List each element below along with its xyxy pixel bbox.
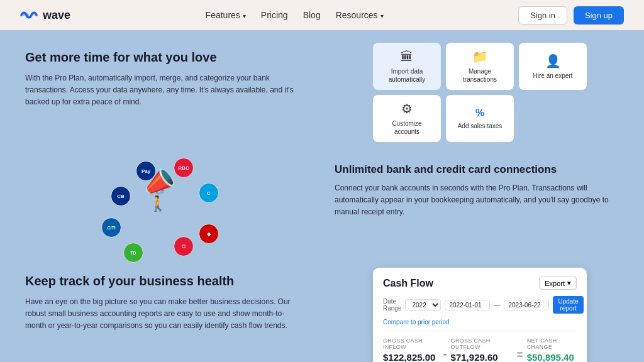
bottom-title: Keep track of your business health: [25, 274, 297, 288]
nav-actions: Sign in Sign up: [518, 6, 624, 25]
bank-logo-8: ◻: [174, 236, 194, 256]
logo[interactable]: wave: [20, 8, 70, 22]
bank-logo-4: C: [199, 183, 219, 203]
bank-illustration: Pay RBC CB C CITI ◈ TD ◻ 📣 🚶: [98, 155, 224, 255]
feature-card-import: 🏛 Import data automatically: [373, 43, 441, 90]
gross-outflow-metric: GROSS CASH OUTFLOW $71,929.60: [451, 337, 513, 362]
date-year-select[interactable]: 2022: [405, 299, 441, 311]
expert-label: Hire an expert: [533, 72, 573, 80]
date-separator: —: [494, 302, 500, 309]
update-report-button[interactable]: Update report: [553, 296, 583, 314]
middle-section: Pay RBC CB C CITI ◈ TD ◻ 📣 🚶 Unlimited b…: [0, 148, 644, 261]
nav-features[interactable]: Features: [206, 10, 246, 20]
import-icon: 🏛: [401, 50, 413, 64]
navbar: wave Features Pricing Blog Resources Sig…: [0, 0, 644, 30]
date-end-input[interactable]: [504, 300, 549, 310]
bank-logo-6: ◈: [199, 224, 219, 244]
export-button[interactable]: Export ▾: [539, 277, 577, 290]
main-content: Get more time for what you love With the…: [0, 30, 644, 362]
top-left-content: Get more time for what you love With the…: [0, 30, 322, 148]
cashflow-header: Cash Flow Export ▾: [383, 277, 577, 290]
top-title: Get more time for what you love: [25, 50, 297, 65]
nav-links: Features Pricing Blog Resources: [206, 10, 384, 20]
gross-inflow-value: $122,825.00: [383, 352, 440, 362]
logo-text: wave: [43, 9, 70, 22]
taxes-icon: %: [475, 107, 484, 119]
date-range-label: Date Range: [383, 298, 401, 312]
customize-label: Customize accounts: [379, 119, 435, 136]
wave-logo-icon: [20, 8, 39, 22]
feature-card-manage: 📁 Manage transactions: [446, 43, 514, 90]
top-right-content: 🏛 Import data automatically 📁 Manage tra…: [322, 30, 644, 148]
date-start-input[interactable]: [445, 300, 490, 310]
date-range-row: Date Range 2022 — Update report: [383, 296, 577, 314]
cashflow-divider: [383, 331, 577, 331]
customize-icon: ⚙: [401, 101, 413, 116]
middle-description: Connect your bank accounts in seconds wi…: [335, 182, 619, 219]
bank-logo-3: CB: [111, 186, 131, 206]
bank-logo-7: TD: [123, 243, 143, 263]
taxes-label: Add sales taxes: [458, 122, 502, 130]
megaphone-figure: 📣 🚶: [142, 167, 175, 212]
feature-card-taxes: % Add sales taxes: [446, 95, 514, 142]
net-change-metric: NET CASH CHANGE $50,895.40: [527, 337, 577, 362]
feature-cards-grid: 🏛 Import data automatically 📁 Manage tra…: [373, 43, 587, 142]
bottom-description: Have an eye on the big picture so you ca…: [25, 296, 297, 332]
signup-button[interactable]: Sign up: [574, 6, 624, 25]
equals-operator: =: [513, 348, 527, 361]
bank-logo-5: CITI: [101, 217, 121, 238]
bottom-right-content: Cash Flow Export ▾ Date Range 2022 — Upd…: [322, 261, 644, 362]
gross-inflow-metric: GROSS CASH INFLOW $122,825.00: [383, 337, 440, 362]
compare-link[interactable]: Compare to prior period: [383, 319, 577, 326]
gross-inflow-label: GROSS CASH INFLOW: [383, 337, 440, 350]
net-change-value: $50,895.40: [527, 352, 577, 362]
feature-card-customize: ⚙ Customize accounts: [373, 95, 441, 142]
signin-button[interactable]: Sign in: [518, 6, 567, 25]
middle-illustration: Pay RBC CB C CITI ◈ TD ◻ 📣 🚶: [0, 148, 322, 261]
cashflow-metrics: GROSS CASH INFLOW $122,825.00 - GROSS CA…: [383, 337, 577, 362]
gross-outflow-label: GROSS CASH OUTFLOW: [451, 337, 513, 350]
expert-icon: 👤: [545, 53, 561, 69]
cashflow-title: Cash Flow: [383, 278, 433, 289]
gross-outflow-value: $71,929.60: [451, 352, 513, 362]
nav-resources[interactable]: Resources: [336, 10, 384, 20]
manage-label: Manage transactions: [452, 67, 508, 84]
features-chevron-icon: [243, 10, 246, 20]
feature-card-expert: 👤 Hire an expert: [519, 43, 587, 90]
bank-logo-2: RBC: [174, 158, 194, 178]
export-chevron-icon: ▾: [567, 279, 571, 287]
bottom-left-content: Keep track of your business health Have …: [0, 261, 322, 362]
top-section: Get more time for what you love With the…: [0, 30, 644, 148]
middle-right-content: Unlimited bank and credit card connectio…: [322, 148, 644, 261]
nav-pricing[interactable]: Pricing: [261, 10, 288, 20]
nav-blog[interactable]: Blog: [303, 10, 321, 20]
minus-operator: -: [440, 348, 451, 361]
middle-title: Unlimited bank and credit card connectio…: [335, 163, 619, 176]
cashflow-card: Cash Flow Export ▾ Date Range 2022 — Upd…: [373, 268, 587, 362]
import-label: Import data automatically: [379, 67, 435, 84]
resources-chevron-icon: [380, 10, 384, 20]
top-description: With the Pro Plan, automatically import,…: [25, 72, 297, 109]
net-change-label: NET CASH CHANGE: [527, 337, 577, 350]
manage-icon: 📁: [472, 49, 488, 64]
bottom-section: Keep track of your business health Have …: [0, 261, 644, 362]
